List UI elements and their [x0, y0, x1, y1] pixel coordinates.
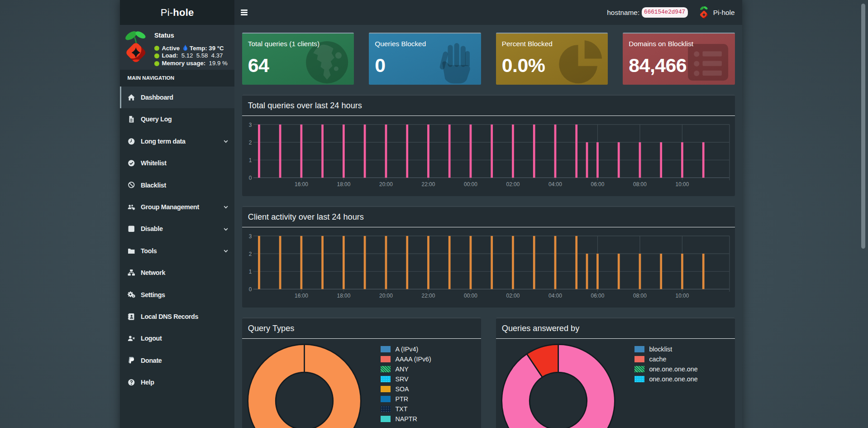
svg-text:2: 2: [248, 139, 252, 146]
svg-text:18:00: 18:00: [337, 293, 350, 299]
svg-text:0: 0: [248, 286, 252, 293]
svg-text:0: 0: [248, 175, 252, 181]
svg-text:08:00: 08:00: [633, 293, 647, 299]
svg-text:16:00: 16:00: [295, 181, 308, 188]
svg-text:22:00: 22:00: [421, 293, 435, 299]
svg-text:10:00: 10:00: [675, 181, 689, 188]
svg-text:04:00: 04:00: [548, 181, 562, 188]
svg-text:00:00: 00:00: [464, 293, 477, 299]
svg-text:10:00: 10:00: [675, 293, 689, 299]
svg-text:3: 3: [248, 122, 252, 128]
svg-text:00:00: 00:00: [464, 181, 477, 188]
svg-text:02:00: 02:00: [506, 293, 520, 299]
svg-text:1: 1: [248, 269, 252, 275]
svg-text:18:00: 18:00: [337, 181, 350, 188]
svg-text:1: 1: [248, 157, 252, 164]
svg-text:3: 3: [248, 233, 252, 240]
svg-text:22:00: 22:00: [421, 181, 435, 188]
svg-text:04:00: 04:00: [548, 293, 562, 299]
svg-text:2: 2: [248, 251, 252, 257]
svg-text:06:00: 06:00: [591, 293, 604, 299]
svg-text:16:00: 16:00: [295, 293, 308, 299]
svg-text:08:00: 08:00: [633, 181, 647, 188]
svg-text:20:00: 20:00: [379, 293, 393, 299]
svg-text:02:00: 02:00: [506, 181, 520, 188]
svg-text:20:00: 20:00: [379, 181, 393, 188]
svg-text:06:00: 06:00: [591, 181, 604, 188]
